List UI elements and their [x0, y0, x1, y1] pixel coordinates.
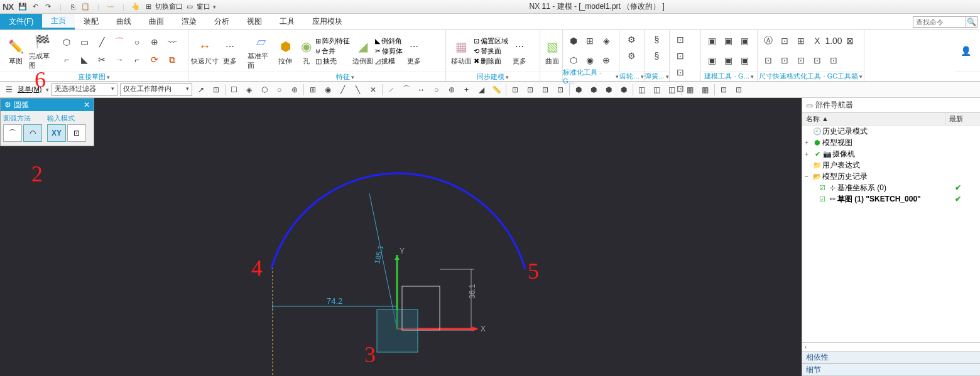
sb-i35[interactable]: ⊡ [732, 83, 745, 96]
arc-icon[interactable]: ⌒ [111, 34, 128, 50]
more1-button[interactable]: ⋯ 更多 [219, 31, 241, 70]
dt11-icon[interactable]: ⊡ [825, 52, 842, 68]
sb-i21[interactable]: ⊡ [509, 83, 521, 96]
std1-icon[interactable]: ⬢ [565, 33, 582, 49]
arc-dialog-title[interactable]: ⚙ 圆弧 ✕ [1, 99, 94, 111]
dt9-icon[interactable]: ⊡ [793, 52, 809, 68]
sb-i11[interactable]: ╲ [352, 83, 364, 96]
sync-group-label[interactable]: 同步建模▾ [446, 72, 540, 82]
sb-i5[interactable]: ⬡ [258, 83, 271, 96]
sb-i4[interactable]: ◈ [243, 83, 256, 96]
mold-tools-label[interactable]: 建模工具 - G...▾ [701, 71, 757, 81]
gear1-icon[interactable]: ⚙ [624, 31, 640, 48]
offset-region-btn[interactable]: ⊡偏置区域 [474, 36, 508, 46]
rapid-dim-button[interactable]: ↔ 快速尺寸 [191, 31, 219, 70]
sketch-arc[interactable] [271, 173, 525, 269]
std5-icon[interactable]: ◉ [582, 52, 598, 68]
unite-btn[interactable]: ⊎合并 [315, 46, 350, 56]
gear-tools-label[interactable]: 齿轮...▾ [619, 71, 644, 81]
arc-center-option[interactable]: ◠ [23, 124, 42, 142]
dt2-icon[interactable]: ⊡ [776, 33, 793, 49]
nav-dependencies[interactable]: 相依性 [802, 351, 980, 363]
std4-icon[interactable]: ⬡ [565, 52, 582, 68]
file-tab[interactable]: 文件(F) [0, 14, 42, 30]
delete-face-btn[interactable]: ✖删除面 [474, 56, 508, 66]
shell-btn[interactable]: ◫抽壳 [315, 56, 350, 66]
nav-model-views[interactable]: +⬢模型视图 [802, 137, 980, 148]
tab-surface[interactable]: 曲面 [140, 14, 173, 30]
finish-sketch-button[interactable]: 🏁 完成草图 [29, 31, 55, 70]
sb-i2[interactable]: ⊡ [210, 83, 222, 96]
md3-icon[interactable]: ▣ [736, 33, 753, 49]
xy-option[interactable]: XY [47, 124, 66, 142]
dt3-icon[interactable]: ⊞ [793, 33, 809, 49]
nav-model-history[interactable]: −📂模型历史记录 [802, 171, 980, 182]
search-input[interactable] [913, 16, 966, 28]
offset-icon[interactable]: ⟳ [146, 51, 163, 68]
tab-tools[interactable]: 工具 [271, 14, 303, 30]
sb-i28[interactable]: ⬢ [618, 83, 630, 96]
sb-i24[interactable]: ⊡ [554, 83, 567, 96]
datum-button[interactable]: ▱ 基准平面 [248, 31, 274, 70]
tab-curve[interactable]: 曲线 [107, 14, 140, 30]
sb-i26[interactable]: ⬢ [587, 83, 600, 96]
trim-btn[interactable]: ✂修剪体 [375, 46, 403, 56]
window-icon[interactable]: ▭ [184, 1, 195, 13]
nav-col-name[interactable]: 名称 ▲ [802, 113, 945, 125]
sb-i31[interactable]: ◫ [666, 83, 678, 96]
filter2-combo[interactable]: 仅在工作部件内 [120, 83, 192, 96]
dt8-icon[interactable]: ⊡ [776, 52, 793, 68]
sb-i20[interactable]: 📏 [491, 83, 503, 96]
vdim-text[interactable]: 36.1 [468, 284, 477, 299]
redo-icon[interactable]: ↷ [42, 1, 53, 13]
md1-icon[interactable]: ▣ [704, 33, 720, 49]
tab-home[interactable]: 主页 [42, 14, 75, 30]
std2-icon[interactable]: ⊞ [582, 33, 598, 49]
md6-icon[interactable]: ▣ [736, 52, 753, 68]
extend-icon[interactable]: → [111, 51, 128, 68]
sb-i33[interactable]: ▦ [699, 83, 712, 96]
spring-tools-label[interactable]: 弹簧...▾ [645, 71, 669, 81]
md2-icon[interactable]: ▣ [720, 33, 736, 49]
window-menu-label[interactable]: 窗口 [197, 2, 210, 11]
std6-icon[interactable]: ⊕ [598, 52, 614, 68]
arc-3pt-option[interactable]: ⌒ [3, 124, 22, 142]
curve-icon[interactable]: 〰 [105, 1, 116, 13]
dt5-icon[interactable]: 1.00 [825, 33, 842, 49]
nav-col-latest[interactable]: 最新 [945, 113, 980, 125]
graphics-window[interactable]: ⚙ 圆弧 ✕ 圆弧方法 ⌒ ◠ 输入模式 XY [0, 98, 802, 376]
dim-tools-label[interactable]: 尺寸快速格式化工具 - GC工具箱▾ [758, 71, 864, 81]
move-face-button[interactable]: ▦ 移动面 [449, 31, 474, 70]
chamfer-btn[interactable]: ◣倒斜角 [375, 36, 403, 46]
switch-window-icon[interactable]: ⊞ [143, 1, 154, 13]
sb-i18[interactable]: + [460, 83, 473, 96]
dt6-icon[interactable]: ⊠ [842, 33, 858, 49]
dt7-icon[interactable]: ⊡ [760, 52, 776, 68]
dt10-icon[interactable]: ⊡ [809, 52, 825, 68]
draft-btn[interactable]: ◿拔模 [375, 56, 403, 66]
std3-icon[interactable]: ◈ [598, 33, 614, 49]
origin-csys-icon[interactable] [377, 309, 418, 352]
feature-group-label[interactable]: 特征▾ [245, 72, 445, 82]
point-icon[interactable]: ⊕ [146, 34, 163, 50]
trim-icon[interactable]: ✂ [94, 51, 110, 68]
filter1-combo[interactable]: 无选择过滤器 [52, 83, 117, 96]
touch-icon[interactable]: 👆 [130, 1, 141, 13]
sb-i30[interactable]: ◫ [651, 83, 663, 96]
save-icon[interactable]: 💾 [17, 1, 28, 13]
nav-sketch[interactable]: ☑✏草图 (1) "SKETCH_000"✔ [802, 193, 980, 205]
sb-i19[interactable]: ◢ [476, 83, 488, 96]
extrude-button[interactable]: ⬢ 拉伸 [274, 31, 297, 70]
add-icon[interactable]: 👤 [957, 43, 974, 59]
tab-app[interactable]: 应用模块 [303, 14, 351, 30]
gear2-icon[interactable]: ⚙ [624, 48, 640, 64]
sb-i16[interactable]: ○ [430, 83, 443, 96]
hdim-text[interactable]: 74.2 [327, 296, 342, 306]
close-icon[interactable]: ✕ [84, 100, 90, 109]
sb-i25[interactable]: ⬢ [572, 83, 585, 96]
sb-i3[interactable]: ☐ [228, 83, 241, 96]
sb-i13[interactable]: ⟋ [385, 83, 398, 96]
sb-i17[interactable]: ⊕ [445, 83, 458, 96]
tab-view[interactable]: 视图 [238, 14, 271, 30]
dt4-icon[interactable]: X [809, 33, 825, 49]
